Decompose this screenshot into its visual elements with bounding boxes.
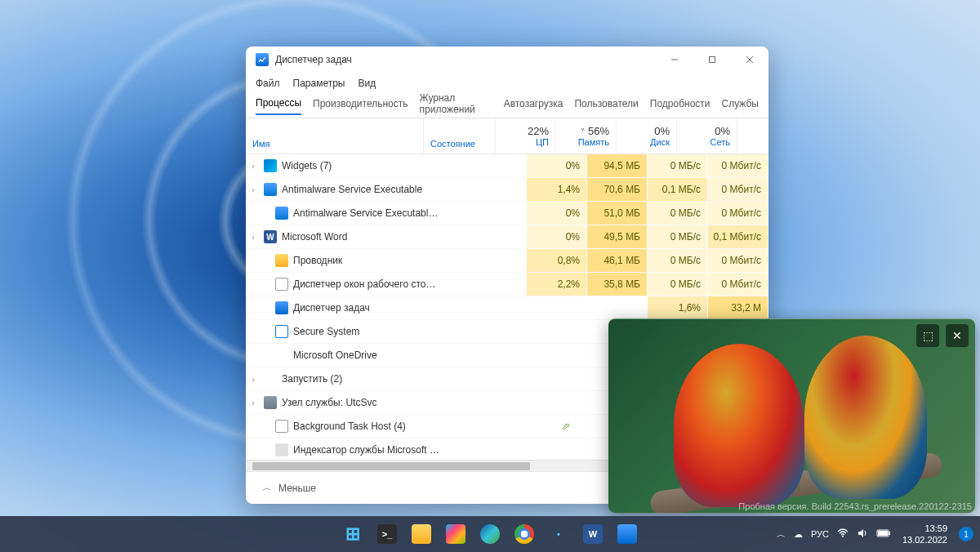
tab-6[interactable]: Службы: [722, 98, 759, 114]
window-icon: [275, 278, 288, 291]
disk-cell: 0,1 МБ/с: [648, 178, 708, 201]
taskbar-explorer-icon[interactable]: [406, 519, 437, 550]
shield-icon: [264, 183, 277, 196]
process-row[interactable]: ›Widgets (7)0%94,5 МБ0 МБ/с0 Мбит/с: [246, 154, 768, 178]
svg-rect-1: [710, 57, 715, 63]
expand-icon[interactable]: ›: [246, 162, 261, 171]
process-row[interactable]: ›WMicrosoft Word0%49,5 МБ0 МБ/с0,1 Мбит/…: [246, 225, 768, 249]
header-memory[interactable]: 56% Память: [556, 118, 617, 154]
process-name: Диспетчер окон рабочего сто…: [293, 278, 439, 290]
taskbar-word-icon[interactable]: W: [577, 519, 608, 550]
volume-icon[interactable]: [857, 528, 868, 541]
mem-cell: 94,5 МБ: [587, 154, 648, 177]
notification-badge[interactable]: 1: [959, 527, 973, 541]
tab-1[interactable]: Производительность: [313, 98, 408, 114]
mem-cell: 49,5 МБ: [587, 225, 648, 248]
pip-close-button[interactable]: ✕: [946, 324, 969, 347]
cpu-cell: 1,6%: [648, 296, 708, 319]
tab-3[interactable]: Автозагрузка: [504, 98, 564, 114]
cpu-cell: 1,4%: [527, 178, 587, 201]
tab-5[interactable]: Подробности: [650, 98, 710, 114]
mem-cell: 51,0 МБ: [587, 202, 648, 225]
taskbar-terminal-icon[interactable]: >_: [372, 519, 403, 550]
wifi-icon[interactable]: [837, 528, 849, 541]
tab-4[interactable]: Пользователи: [574, 98, 638, 114]
header-network[interactable]: 0% Сеть: [677, 118, 737, 154]
menubar: Файл Параметры Вид: [246, 73, 768, 94]
minimize-button[interactable]: [656, 47, 693, 73]
cpu-cell: 2,2%: [527, 273, 587, 296]
taskbar-dot-icon[interactable]: •: [543, 519, 574, 550]
mem-cell: 70,6 МБ: [587, 178, 648, 201]
scroll-thumb[interactable]: [252, 462, 530, 470]
clock[interactable]: 13:59 13.02.2022: [902, 523, 947, 546]
header-name[interactable]: Имя: [246, 118, 424, 154]
cpu-cell: 0,8%: [527, 249, 587, 272]
expand-icon[interactable]: ›: [246, 233, 261, 242]
menu-file[interactable]: Файл: [256, 78, 280, 89]
pip-back-to-tab-button[interactable]: ⬚: [916, 324, 939, 347]
mem-cell: 46,1 МБ: [587, 249, 648, 272]
start-icon: [264, 372, 277, 385]
close-button[interactable]: [731, 47, 768, 73]
disk-cell: 0 МБ/с: [648, 225, 708, 248]
process-name: Background Task Host (4): [293, 421, 559, 432]
header-disk[interactable]: 0% Диск: [617, 118, 677, 154]
battery-icon[interactable]: [876, 528, 891, 540]
net-cell: 0 Мбит/с: [708, 154, 768, 177]
header-cpu[interactable]: 22% ЦП: [496, 118, 556, 154]
taskbar-edge-icon[interactable]: [474, 519, 506, 550]
mem-cell: 33,2 М: [708, 296, 768, 319]
expand-icon[interactable]: ›: [246, 398, 261, 407]
maximize-button[interactable]: [693, 47, 731, 73]
net-cell: 0,1 Мбит/с: [708, 225, 768, 248]
process-row[interactable]: Диспетчер окон рабочего сто…2,2%35,8 МБ0…: [246, 273, 768, 296]
cpu-cell: 0%: [527, 202, 587, 225]
net-cell: 0 Мбит/с: [708, 178, 768, 201]
tab-2[interactable]: Журнал приложений: [420, 92, 492, 120]
taskbar-store-icon[interactable]: [440, 519, 471, 550]
expand-icon[interactable]: ›: [246, 185, 261, 194]
process-row[interactable]: Проводник0,8%46,1 МБ0 МБ/с0 Мбит/с: [246, 249, 768, 273]
process-row[interactable]: Antimalware Service Executable…0%51,0 МБ…: [246, 202, 768, 225]
svg-rect-5: [878, 531, 888, 536]
tab-0[interactable]: Процессы: [256, 97, 301, 115]
process-name: Microsoft OneDrive: [293, 349, 559, 361]
fewer-details-button[interactable]: Меньше: [278, 483, 316, 494]
titlebar[interactable]: Диспетчер задач: [246, 47, 768, 73]
language-indicator[interactable]: РУС: [811, 529, 829, 539]
tray-chevron-icon[interactable]: ︿: [777, 528, 786, 541]
widgets-icon: [264, 159, 277, 172]
process-name: Запустить (2): [282, 373, 559, 385]
menu-options[interactable]: Параметры: [293, 78, 345, 89]
taskbar-taskmgr-icon[interactable]: [612, 519, 643, 550]
process-row[interactable]: Диспетчер задач1,6%33,2 М: [246, 296, 768, 320]
disk-cell: 0 МБ/с: [648, 154, 708, 177]
disk-cell: 0 МБ/с: [648, 202, 708, 225]
onedrive-tray-icon[interactable]: ☁: [794, 529, 803, 540]
taskbar-chrome-icon[interactable]: [509, 519, 540, 550]
net-cell: 0 Мбит/с: [708, 273, 768, 296]
shield-icon: [275, 207, 288, 220]
gear-icon: [264, 396, 277, 409]
taskbar-start-icon[interactable]: ⊞: [337, 519, 368, 550]
taskbar-apps: ⊞>_•W: [337, 519, 643, 550]
cpu-cell: 0%: [527, 154, 587, 177]
picture-in-picture-window[interactable]: ⬚ ✕: [608, 318, 975, 513]
search-icon: [275, 443, 288, 456]
process-name: Проводник: [293, 255, 439, 266]
cpu-cell: 0%: [527, 225, 587, 248]
process-name: Диспетчер задач: [293, 302, 559, 314]
process-name: Узел службы: UtcSvc: [282, 397, 559, 408]
header-state[interactable]: Состояние: [424, 118, 496, 154]
net-cell: 0 Мбит/с: [708, 249, 768, 272]
expand-icon[interactable]: ›: [246, 375, 261, 384]
perf-icon: [275, 301, 288, 314]
process-row[interactable]: ›Antimalware Service Executable1,4%70,6 …: [246, 178, 768, 202]
folder-icon: [275, 254, 288, 267]
menu-view[interactable]: Вид: [358, 78, 376, 89]
process-name: Antimalware Service Executable…: [293, 207, 439, 219]
process-name: Индексатор службы Microsoft …: [293, 444, 559, 456]
window-icon: [275, 420, 288, 433]
disk-cell: 0 МБ/с: [648, 273, 708, 296]
